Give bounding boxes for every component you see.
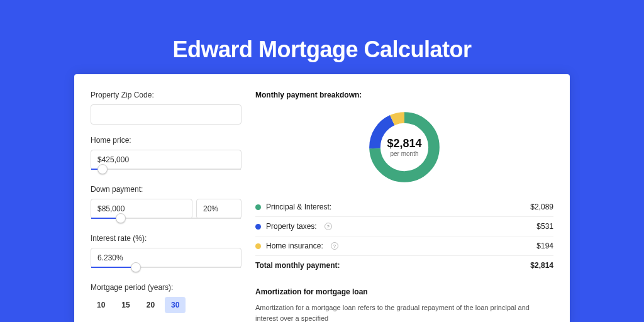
dp-label: Down payment: — [91, 185, 242, 194]
down-payment-field: Down payment: — [91, 185, 242, 223]
info-icon[interactable]: ? — [325, 223, 332, 230]
price-label: Home price: — [91, 136, 242, 145]
rate-label: Interest rate (%): — [91, 234, 242, 243]
legend-total-value: $2,814 — [530, 261, 553, 270]
inputs-column: Property Zip Code: Home price: Down paym… — [91, 91, 242, 309]
legend-total-row: Total monthly payment:$2,814 — [255, 256, 553, 275]
legend-label: Property taxes: — [266, 222, 317, 231]
rate-field: Interest rate (%): — [91, 234, 242, 272]
legend-row: Home insurance:?$194 — [255, 236, 553, 256]
amort-title: Amortization for mortgage loan — [255, 287, 553, 296]
breakdown-column: Monthly payment breakdown: $2,814 per mo… — [255, 91, 553, 309]
period-btn-10[interactable]: 10 — [91, 297, 111, 313]
donut-chart-wrap: $2,814 per month — [255, 99, 553, 197]
legend-label: Home insurance: — [266, 242, 323, 250]
donut-center: $2,814 per month — [365, 108, 443, 186]
zip-field: Property Zip Code: — [91, 91, 242, 125]
legend-row: Principal & Interest:$2,089 — [255, 197, 553, 217]
amort-text: Amortization for a mortgage loan refers … — [255, 303, 553, 322]
legend-value: $531 — [536, 222, 553, 231]
legend-row: Property taxes:?$531 — [255, 217, 553, 236]
legend-dot — [255, 204, 261, 210]
legend-value: $2,089 — [530, 203, 553, 211]
dp-slider[interactable] — [91, 218, 242, 223]
legend-table: Principal & Interest:$2,089Property taxe… — [255, 197, 553, 275]
calculator-panel: Property Zip Code: Home price: Down paym… — [74, 74, 570, 322]
period-buttons: 10152030 — [91, 297, 242, 313]
donut-amount: $2,814 — [387, 137, 421, 150]
zip-input[interactable] — [91, 104, 242, 125]
legend-value: $194 — [536, 242, 553, 250]
zip-label: Property Zip Code: — [91, 91, 242, 99]
donut-sub: per month — [390, 150, 418, 157]
rate-slider-thumb[interactable] — [131, 262, 141, 272]
legend-total-label: Total monthly payment: — [255, 261, 340, 270]
price-slider[interactable] — [91, 169, 242, 174]
rate-input[interactable] — [91, 248, 242, 268]
price-input[interactable] — [91, 150, 242, 170]
period-btn-15[interactable]: 15 — [115, 297, 136, 313]
period-field: Mortgage period (years): 10152030 — [91, 283, 242, 313]
period-btn-20[interactable]: 20 — [140, 297, 161, 313]
legend-dot — [255, 243, 261, 249]
dp-pct-input[interactable] — [196, 199, 242, 219]
period-label: Mortgage period (years): — [91, 283, 242, 292]
breakdown-title: Monthly payment breakdown: — [255, 91, 553, 99]
price-slider-thumb[interactable] — [97, 164, 108, 174]
dp-slider-thumb[interactable] — [116, 213, 126, 223]
legend-label: Principal & Interest: — [266, 203, 331, 211]
donut-chart: $2,814 per month — [365, 108, 443, 186]
period-btn-30[interactable]: 30 — [165, 297, 186, 313]
rate-slider[interactable] — [91, 267, 242, 272]
page-title: Edward Mortgage Calculator — [0, 0, 644, 74]
info-icon[interactable]: ? — [331, 242, 338, 250]
legend-dot — [255, 224, 261, 230]
dp-amount-input[interactable] — [91, 199, 192, 219]
price-field: Home price: — [91, 136, 242, 174]
amort-block: Amortization for mortgage loan Amortizat… — [255, 287, 553, 322]
